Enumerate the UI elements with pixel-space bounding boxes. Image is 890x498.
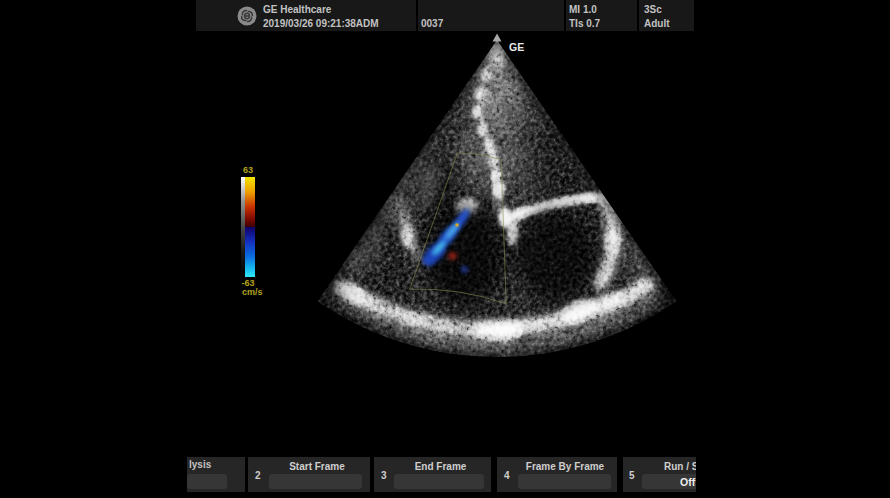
svg-text:GE: GE xyxy=(509,41,524,53)
